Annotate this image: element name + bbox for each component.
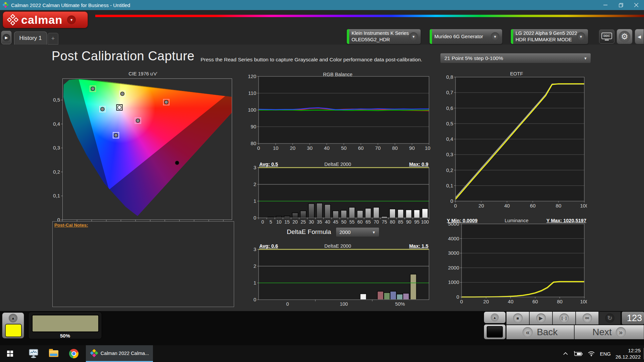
up-arrow-icon[interactable]: ▲: [9, 314, 17, 322]
meter-source-dropdown[interactable]: Klein Instruments K Series OLED55G2_HDR …: [346, 29, 421, 44]
svg-text:0: 0: [254, 215, 256, 221]
task-manager-icon: [29, 349, 39, 358]
pattern-preview-panel: 50%: [28, 312, 102, 339]
svg-text:100: 100: [580, 299, 587, 304]
next-button[interactable]: Next »: [575, 325, 644, 339]
svg-text:0: 0: [457, 294, 459, 300]
svg-text:0: 0: [257, 145, 260, 151]
svg-text:80: 80: [390, 219, 395, 225]
back-label: Back: [537, 327, 557, 338]
svg-text:60: 60: [358, 219, 363, 225]
svg-text:70: 70: [374, 219, 379, 225]
svg-text:50: 50: [341, 219, 346, 225]
pattern-preview-patch[interactable]: [32, 315, 99, 332]
refresh-read-button[interactable]: ↻: [599, 312, 621, 324]
continuous-read-button[interactable]: ∞: [576, 312, 599, 324]
language-indicator[interactable]: ENG: [600, 351, 611, 357]
svg-text:75: 75: [382, 219, 387, 225]
deltae-formula-dropdown[interactable]: 2000 ▼: [336, 227, 379, 237]
back-chevrons-icon: «: [523, 327, 533, 337]
svg-text:1000: 1000: [448, 279, 459, 285]
svg-text:40: 40: [508, 299, 514, 304]
svg-text:0: 0: [254, 297, 256, 302]
file-explorer-button[interactable]: [44, 345, 63, 362]
svg-text:0,7: 0,7: [446, 89, 453, 95]
taskbar-item-label: Calman 2022 Calma...: [101, 351, 149, 356]
task-manager-button[interactable]: [24, 345, 43, 362]
play-button[interactable]: ▶: [530, 312, 552, 324]
window-titlebar: Calman 2022 Calman Ultimate for Business…: [0, 0, 644, 10]
deltae-formula-row: DeltaE Formula 2000 ▼: [245, 227, 430, 238]
start-button[interactable]: [0, 345, 20, 362]
svg-text:25: 25: [301, 219, 306, 225]
meter-panel-expand-button[interactable]: ▲: [484, 312, 505, 323]
add-tab-button[interactable]: +: [48, 33, 58, 45]
pattern-level-label: 50%: [29, 333, 102, 339]
current-color-swatch[interactable]: [5, 324, 22, 337]
close-button[interactable]: [629, 0, 644, 10]
restore-button[interactable]: [613, 0, 629, 10]
rgb-balance-chart: RGB Balance 0102030405060708090100809010…: [245, 72, 430, 154]
right-arrow-icon: ▶: [3, 34, 10, 41]
taskbar-item-calman[interactable]: Calman 2022 Calma...: [86, 345, 153, 362]
step-read-icon: [··]: [559, 313, 569, 323]
post-cal-notes-box[interactable]: Post-Cal Notes:: [52, 221, 234, 307]
svg-text:1: 1: [254, 280, 256, 286]
chevron-down-icon: ▼: [584, 56, 587, 60]
chrome-button[interactable]: [64, 345, 83, 362]
tray-chevron-icon[interactable]: [563, 352, 568, 355]
back-button[interactable]: « Back: [506, 325, 574, 339]
battery-icon[interactable]: [573, 351, 583, 356]
svg-text:35: 35: [317, 219, 322, 225]
svg-text:0: 0: [450, 198, 453, 204]
svg-text:45: 45: [333, 219, 338, 225]
step-read-button[interactable]: [··]: [553, 312, 576, 324]
patch-color-panel: ▲: [2, 312, 24, 339]
calman-logo-button[interactable]: calman ▼: [3, 11, 88, 28]
pattern-window-button[interactable]: [484, 324, 505, 339]
svg-text:0,5: 0,5: [446, 121, 453, 126]
settings-button[interactable]: ⚙: [616, 29, 633, 44]
svg-text:40: 40: [504, 203, 510, 208]
svg-text:100: 100: [580, 203, 587, 208]
svg-text:0,6: 0,6: [446, 105, 453, 111]
svg-text:0: 0: [286, 301, 289, 307]
svg-text:20: 20: [483, 299, 489, 304]
svg-text:10: 10: [273, 145, 278, 151]
svg-text:90: 90: [409, 145, 415, 151]
svg-text:100: 100: [425, 145, 430, 151]
stop-button[interactable]: ■: [506, 312, 529, 324]
display-source-dropdown[interactable]: LG 2022 Alpha 9 Gen5 2022 HDR FILMMAKER …: [511, 29, 588, 44]
calman-logo-text: calman: [21, 13, 62, 26]
logo-dropdown-arrow[interactable]: ▼: [67, 15, 76, 24]
svg-text:80: 80: [251, 140, 256, 146]
wifi-icon[interactable]: [588, 351, 595, 356]
svg-text:50: 50: [341, 145, 347, 151]
read-counter: 123: [622, 312, 644, 324]
clock[interactable]: 12:25 26.12.2022: [615, 347, 641, 360]
collapse-panel-button[interactable]: ◀: [635, 29, 644, 44]
deltae-formula-value: 2000: [339, 229, 351, 235]
workflow-expand-button[interactable]: ▶: [1, 31, 11, 44]
luminance-chart: Y Min: 0,0009 Luminance Y Max: 1020,5197…: [446, 218, 587, 306]
point-layout-dropdown[interactable]: 21 Point 5% step 0-100% ▼: [440, 53, 591, 63]
ddc-monitor-icon: DDC: [601, 33, 612, 39]
clock-date: 26.12.2022: [615, 354, 641, 360]
svg-text:95: 95: [414, 219, 420, 225]
calman-app-icon: [2, 2, 8, 8]
taskbar: Calman 2022 Calma... ENG 12:25 26.12.202…: [0, 345, 644, 362]
svg-text:5: 5: [269, 219, 272, 225]
svg-text:30: 30: [309, 219, 314, 225]
svg-text:100: 100: [340, 301, 348, 307]
tab-history-1[interactable]: History 1: [14, 32, 47, 45]
svg-text:120: 120: [248, 73, 256, 79]
minimize-button[interactable]: [598, 0, 613, 10]
up-arrow-icon: ▲: [491, 313, 499, 321]
generator-source-dropdown[interactable]: Murideo 6G Generator ▼: [429, 29, 502, 44]
svg-text:3: 3: [254, 246, 256, 252]
svg-text:40: 40: [325, 219, 330, 225]
ddc-button[interactable]: DDC: [599, 29, 614, 44]
pattern-window-icon: [487, 326, 503, 338]
svg-text:50%: 50%: [395, 301, 405, 307]
svg-text:3: 3: [254, 165, 256, 170]
